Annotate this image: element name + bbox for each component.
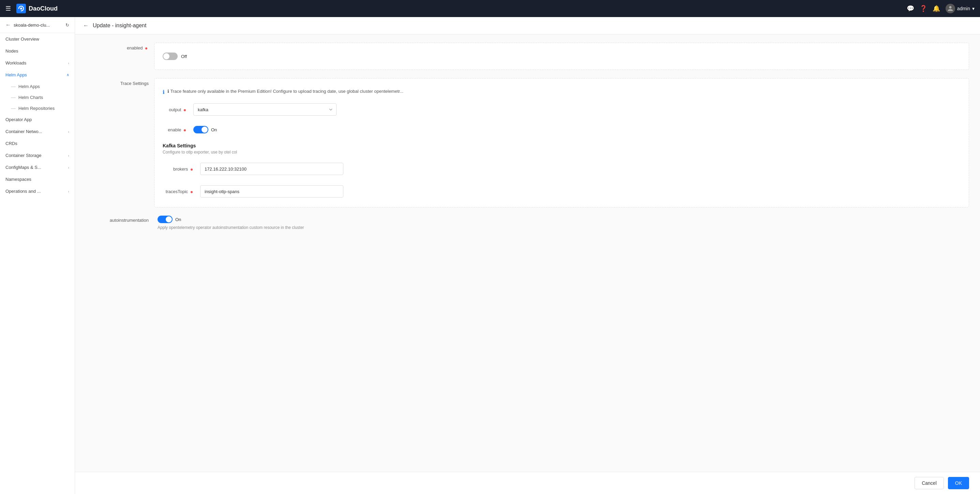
cancel-button[interactable]: Cancel bbox=[915, 477, 944, 489]
cluster-back-icon[interactable]: ← bbox=[5, 22, 11, 28]
trace-settings-row: Trace Settings ℹ ℹ Trace feature only av… bbox=[86, 78, 969, 207]
sidebar-item-label: Namespaces bbox=[5, 177, 31, 182]
back-button[interactable]: ← bbox=[83, 22, 89, 29]
dash-icon: — bbox=[11, 105, 16, 111]
enabled-field-row: Off bbox=[163, 50, 961, 63]
traces-topic-input[interactable] bbox=[200, 185, 344, 198]
enabled-row: enabled Off bbox=[86, 43, 969, 70]
topnav: ☰ DaoCloud 💬 ❓ 🔔 admin ▾ bbox=[0, 0, 980, 17]
operations-chevron-icon: › bbox=[68, 190, 69, 193]
app-body: ← skoala-demo-clu... ↻ Cluster Overview … bbox=[0, 17, 980, 494]
container-network-chevron-icon: › bbox=[68, 130, 69, 134]
sidebar-sub-label: Helm Repositories bbox=[18, 106, 54, 111]
required-dot bbox=[184, 109, 186, 111]
autoinstr-value: On Apply opentelemetry operator autoinst… bbox=[158, 216, 969, 230]
sidebar-sub-helm-charts[interactable]: — Helm Charts bbox=[0, 92, 75, 103]
dash-icon: — bbox=[11, 94, 16, 100]
cluster-header[interactable]: ← skoala-demo-clu... ↻ bbox=[0, 17, 75, 33]
required-dot bbox=[145, 48, 147, 49]
hamburger-icon[interactable]: ☰ bbox=[5, 5, 11, 12]
brokers-field-row: brokers bbox=[163, 160, 961, 178]
sidebar-item-operator-app[interactable]: Operator App bbox=[0, 114, 75, 126]
trace-settings-content: ℹ ℹ Trace feature only available in the … bbox=[154, 78, 969, 207]
sidebar-item-container-storage[interactable]: Container Storage › bbox=[0, 150, 75, 161]
svg-point-1 bbox=[20, 8, 22, 10]
trace-info-text: ℹ Trace feature only available in the Pr… bbox=[167, 89, 403, 94]
sidebar-item-namespaces[interactable]: Namespaces bbox=[0, 173, 75, 185]
dash-icon: — bbox=[11, 84, 16, 89]
user-menu[interactable]: admin ▾ bbox=[945, 4, 975, 13]
configmaps-chevron-icon: › bbox=[68, 166, 69, 170]
form-scroll: enabled Off Trace Settings bbox=[75, 35, 980, 472]
page-title: Update - insight-agent bbox=[93, 22, 146, 29]
helm-apps-chevron-icon: ∧ bbox=[67, 73, 69, 77]
cluster-name: skoala-demo-clu... bbox=[14, 22, 63, 28]
page-footer: Cancel OK bbox=[75, 472, 980, 494]
enable-toggle[interactable] bbox=[193, 126, 208, 133]
enabled-content: Off bbox=[154, 43, 969, 70]
enabled-label: enabled bbox=[86, 43, 154, 51]
topnav-right: 💬 ❓ 🔔 admin ▾ bbox=[907, 4, 975, 13]
logo-icon bbox=[16, 4, 26, 13]
sidebar-item-operations[interactable]: Operations and ... › bbox=[0, 185, 75, 197]
trace-settings-card: ℹ ℹ Trace feature only available in the … bbox=[154, 78, 969, 207]
sidebar-item-label: CRDs bbox=[5, 141, 18, 146]
logo-text: DaoCloud bbox=[29, 5, 57, 12]
enable-toggle-wrap: On bbox=[193, 126, 217, 133]
cluster-refresh-icon[interactable]: ↻ bbox=[65, 22, 69, 28]
enable-toggle-label: On bbox=[211, 127, 217, 132]
sidebar-item-crds[interactable]: CRDs bbox=[0, 137, 75, 150]
autoinstrumentation-row: autoinstrumentation On Apply opentelemet… bbox=[86, 216, 969, 230]
autoinstr-toggle-wrap: On bbox=[158, 216, 969, 223]
sidebar-sub-helm-apps[interactable]: — Helm Apps bbox=[0, 81, 75, 92]
traces-topic-field-row: tracesTopic bbox=[163, 183, 961, 200]
enabled-toggle[interactable] bbox=[163, 53, 178, 60]
kafka-settings-title: Kafka Settings bbox=[163, 143, 961, 148]
page-header: ← Update - insight-agent bbox=[75, 17, 980, 35]
logo: DaoCloud bbox=[16, 4, 907, 13]
workloads-chevron-icon: › bbox=[68, 61, 69, 65]
sidebar-item-container-network[interactable]: Container Netwo... › bbox=[0, 126, 75, 137]
user-chevron-icon: ▾ bbox=[972, 6, 975, 11]
sidebar-item-workloads[interactable]: Workloads › bbox=[0, 57, 75, 69]
notification-icon[interactable]: 🔔 bbox=[932, 5, 940, 12]
trace-info-banner: ℹ ℹ Trace feature only available in the … bbox=[163, 85, 961, 100]
enabled-card: Off bbox=[154, 43, 969, 70]
help-icon[interactable]: ❓ bbox=[920, 5, 927, 12]
sidebar-item-label: Container Netwo... bbox=[5, 129, 42, 134]
info-icon: ℹ bbox=[163, 89, 165, 95]
sidebar-item-label: Operations and ... bbox=[5, 189, 41, 194]
trace-settings-label: Trace Settings bbox=[86, 78, 154, 86]
sidebar-item-label: Container Storage bbox=[5, 153, 41, 158]
sidebar-item-helm-apps[interactable]: Helm Apps ∧ bbox=[0, 69, 75, 81]
required-dot bbox=[191, 169, 192, 171]
required-dot bbox=[191, 191, 192, 193]
sidebar-sub-label: Helm Charts bbox=[18, 95, 43, 100]
message-icon[interactable]: 💬 bbox=[907, 5, 914, 12]
main-content: ← Update - insight-agent enabled Off bbox=[75, 17, 980, 494]
sidebar-item-configmaps[interactable]: ConfigMaps & S... › bbox=[0, 161, 75, 173]
sidebar-item-label: Cluster Overview bbox=[5, 37, 39, 41]
autoinstr-description: Apply opentelemetry operator autoinstrum… bbox=[158, 225, 969, 230]
ok-button[interactable]: OK bbox=[948, 477, 969, 489]
sidebar-item-cluster-overview[interactable]: Cluster Overview bbox=[0, 33, 75, 45]
autoinstr-toggle-label: On bbox=[175, 217, 181, 222]
enable-field-row: enable On bbox=[163, 123, 961, 136]
sidebar-item-label: Workloads bbox=[5, 61, 26, 65]
sidebar-item-label: Helm Apps bbox=[5, 72, 27, 77]
output-select[interactable]: kafka otel bbox=[193, 104, 337, 116]
brokers-input[interactable] bbox=[200, 163, 344, 175]
username: admin bbox=[957, 6, 970, 11]
autoinstr-label: autoinstrumentation bbox=[86, 216, 154, 223]
sidebar-item-label: Nodes bbox=[5, 48, 18, 54]
sidebar-item-nodes[interactable]: Nodes bbox=[0, 45, 75, 57]
enabled-toggle-label: Off bbox=[181, 54, 187, 59]
required-dot bbox=[184, 129, 186, 131]
sidebar-sub-helm-repositories[interactable]: — Helm Repositories bbox=[0, 103, 75, 114]
sidebar-item-label: ConfigMaps & S... bbox=[5, 165, 41, 170]
container-storage-chevron-icon: › bbox=[68, 153, 69, 158]
enable-label: enable bbox=[163, 127, 190, 132]
traces-topic-label: tracesTopic bbox=[163, 189, 197, 194]
brokers-label: brokers bbox=[163, 166, 197, 172]
autoinstr-toggle[interactable] bbox=[158, 216, 173, 223]
